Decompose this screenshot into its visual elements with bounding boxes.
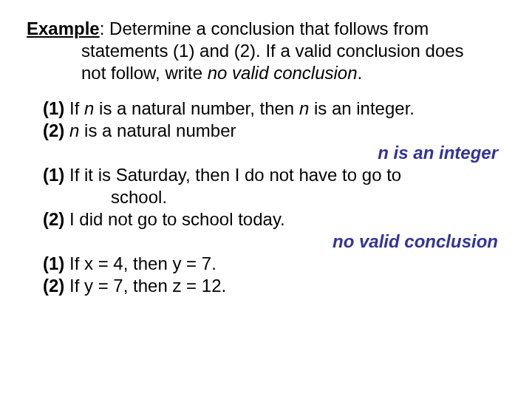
prompt-line3: not follow, write no valid conclusion. bbox=[27, 62, 505, 84]
p1-statement-2: (2) n is a natural number bbox=[43, 120, 505, 142]
example-prompt: Example: Determine a conclusion that fol… bbox=[27, 18, 505, 84]
prompt-line2: statements (1) and (2). If a valid concl… bbox=[27, 40, 505, 62]
problems: (1) If n is a natural number, then n is … bbox=[27, 98, 505, 297]
p2-statement-1b: school. bbox=[43, 186, 505, 208]
p2-statement-2: (2) I did not go to school today. bbox=[43, 208, 505, 231]
p1-statement-1: (1) If n is a natural number, then n is … bbox=[43, 98, 505, 120]
p1-answer: n is an integer bbox=[43, 142, 505, 164]
p2-answer: no valid conclusion bbox=[43, 231, 505, 253]
example-label: Example bbox=[27, 18, 100, 38]
p3-statement-1: (1) If x = 4, then y = 7. bbox=[43, 253, 505, 275]
prompt-line1: : Determine a conclusion that follows fr… bbox=[100, 18, 429, 38]
slide: Example: Determine a conclusion that fol… bbox=[0, 0, 532, 297]
p2-statement-1: (1) If it is Saturday, then I do not hav… bbox=[43, 164, 505, 186]
p3-statement-2: (2) If y = 7, then z = 12. bbox=[43, 275, 505, 297]
